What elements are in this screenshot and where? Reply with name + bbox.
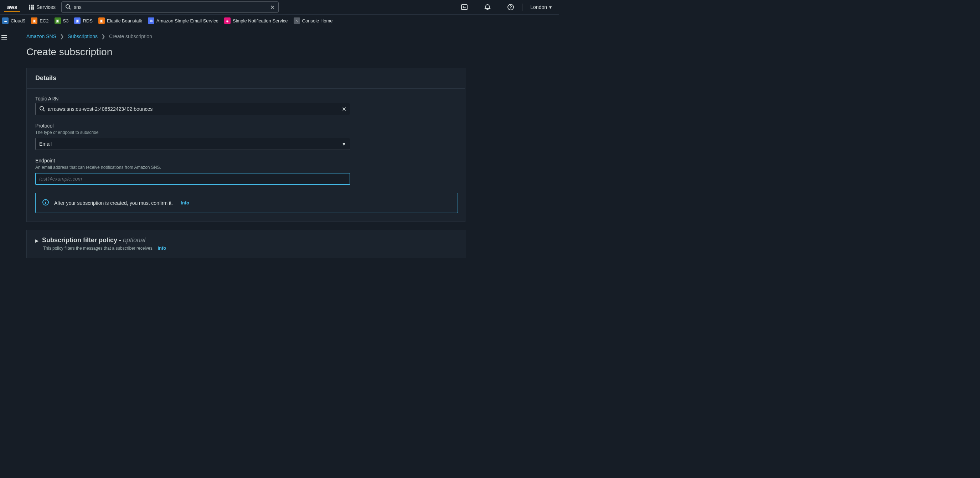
- shortcut-label: Cloud9: [11, 18, 25, 24]
- endpoint-input-wrap[interactable]: [35, 173, 350, 185]
- grid-icon: [29, 4, 34, 10]
- shortcut-ses[interactable]: ✉ Amazon Simple Email Service: [148, 17, 218, 24]
- main-content: Amazon SNS ❯ Subscriptions ❯ Create subs…: [0, 27, 559, 258]
- page-title: Create subscription: [26, 46, 548, 58]
- service-icon: ▣: [74, 17, 81, 24]
- aws-logo[interactable]: aws: [4, 3, 20, 12]
- filter-policy-description: This policy filters the messages that a …: [43, 246, 154, 251]
- breadcrumb-root[interactable]: Amazon SNS: [26, 33, 56, 39]
- breadcrumb-subscriptions[interactable]: Subscriptions: [68, 33, 98, 39]
- service-icon: ▣: [31, 17, 37, 24]
- shortcut-sns[interactable]: ◈ Simple Notification Service: [224, 17, 288, 24]
- cloudshell-button[interactable]: [458, 1, 471, 14]
- filter-policy-toggle[interactable]: ▶ Subscription filter policy - optional: [35, 237, 457, 244]
- services-menu-button[interactable]: Services: [25, 3, 59, 11]
- service-shortcuts-bar: ☁ Cloud9 ▣ EC2 ▣ S3 ▣ RDS ▣ Elastic Bean…: [0, 14, 559, 27]
- shortcut-console-home[interactable]: ⌂ Console Home: [294, 17, 333, 24]
- endpoint-field: Endpoint An email address that can recei…: [35, 158, 457, 185]
- svg-rect-1: [31, 5, 32, 6]
- details-panel: Details Topic ARN ✕ Protocol The type of…: [26, 68, 465, 222]
- search-input[interactable]: [74, 4, 267, 10]
- protocol-description: The type of endpoint to subscribe: [35, 130, 457, 135]
- shortcut-rds[interactable]: ▣ RDS: [74, 17, 92, 24]
- protocol-select[interactable]: Email ▼: [35, 138, 350, 150]
- svg-rect-0: [29, 5, 30, 6]
- optional-label: optional: [123, 237, 145, 244]
- protocol-field: Protocol The type of endpoint to subscri…: [35, 123, 457, 150]
- svg-line-10: [69, 8, 70, 9]
- svg-rect-6: [29, 8, 30, 10]
- clear-search-icon[interactable]: ✕: [270, 4, 275, 11]
- shortcut-elastic-beanstalk[interactable]: ▣ Elastic Beanstalk: [99, 17, 142, 24]
- topic-arn-field: Topic ARN ✕: [35, 96, 457, 115]
- shortcut-label: Console Home: [302, 18, 333, 24]
- info-icon: [42, 199, 49, 207]
- global-search[interactable]: ✕: [61, 2, 279, 13]
- services-label: Services: [37, 4, 56, 10]
- service-icon: ▣: [54, 17, 61, 24]
- svg-point-20: [45, 200, 46, 201]
- clear-icon[interactable]: ✕: [342, 106, 346, 113]
- endpoint-description: An email address that can receive notifi…: [35, 165, 457, 170]
- shortcut-label: Simple Notification Service: [233, 18, 288, 24]
- shortcut-label: RDS: [83, 18, 92, 24]
- confirmation-alert: After your subscription is created, you …: [35, 193, 458, 213]
- service-icon: ⌂: [294, 17, 300, 24]
- triangle-right-icon: ▶: [35, 238, 38, 243]
- shortcut-s3[interactable]: ▣ S3: [54, 17, 69, 24]
- svg-rect-7: [31, 8, 32, 10]
- svg-rect-3: [29, 6, 30, 8]
- filter-policy-title: Subscription filter policy: [42, 237, 117, 244]
- help-button[interactable]: [504, 1, 517, 14]
- search-icon: [39, 106, 45, 113]
- breadcrumb-current: Create subscription: [109, 33, 152, 39]
- topic-arn-label: Topic ARN: [35, 96, 457, 102]
- service-icon: ▣: [99, 17, 105, 24]
- filter-policy-panel: ▶ Subscription filter policy - optional …: [26, 230, 465, 258]
- svg-rect-8: [32, 8, 34, 10]
- protocol-value: Email: [39, 141, 339, 147]
- service-icon: ◈: [224, 17, 231, 24]
- separator: [522, 3, 522, 11]
- details-heading: Details: [27, 68, 465, 89]
- breadcrumb: Amazon SNS ❯ Subscriptions ❯ Create subs…: [26, 33, 548, 39]
- topic-arn-input-wrap[interactable]: ✕: [35, 103, 350, 115]
- svg-point-9: [66, 5, 70, 8]
- caret-down-icon: ▾: [549, 4, 552, 10]
- topic-arn-input[interactable]: [48, 106, 339, 112]
- info-link[interactable]: Info: [181, 200, 189, 205]
- service-icon: ✉: [148, 17, 154, 24]
- shortcut-label: S3: [63, 18, 69, 24]
- shortcut-label: Elastic Beanstalk: [107, 18, 142, 24]
- side-panel-toggle[interactable]: [0, 32, 8, 43]
- caret-down-icon: ▼: [341, 141, 346, 147]
- svg-line-17: [43, 110, 45, 111]
- svg-rect-4: [31, 6, 32, 8]
- top-nav: aws Services ✕ London ▾: [0, 0, 559, 14]
- chevron-right-icon: ❯: [60, 33, 64, 39]
- shortcut-cloud9[interactable]: ☁ Cloud9: [2, 17, 25, 24]
- svg-point-16: [40, 106, 43, 110]
- info-link[interactable]: Info: [158, 245, 166, 251]
- chevron-right-icon: ❯: [101, 33, 105, 39]
- svg-rect-2: [32, 5, 34, 6]
- notifications-button[interactable]: [481, 1, 494, 14]
- protocol-label: Protocol: [35, 123, 457, 129]
- region-selector[interactable]: London ▾: [527, 4, 555, 10]
- alert-text: After your subscription is created, you …: [54, 200, 173, 206]
- shortcut-label: Amazon Simple Email Service: [156, 18, 218, 24]
- separator: [499, 3, 499, 11]
- endpoint-input[interactable]: [39, 176, 346, 182]
- endpoint-label: Endpoint: [35, 158, 457, 164]
- shortcut-label: EC2: [40, 18, 48, 24]
- region-label: London: [530, 4, 547, 10]
- shortcut-ec2[interactable]: ▣ EC2: [31, 17, 48, 24]
- search-icon: [65, 4, 71, 11]
- service-icon: ☁: [2, 17, 8, 24]
- svg-rect-5: [32, 6, 34, 8]
